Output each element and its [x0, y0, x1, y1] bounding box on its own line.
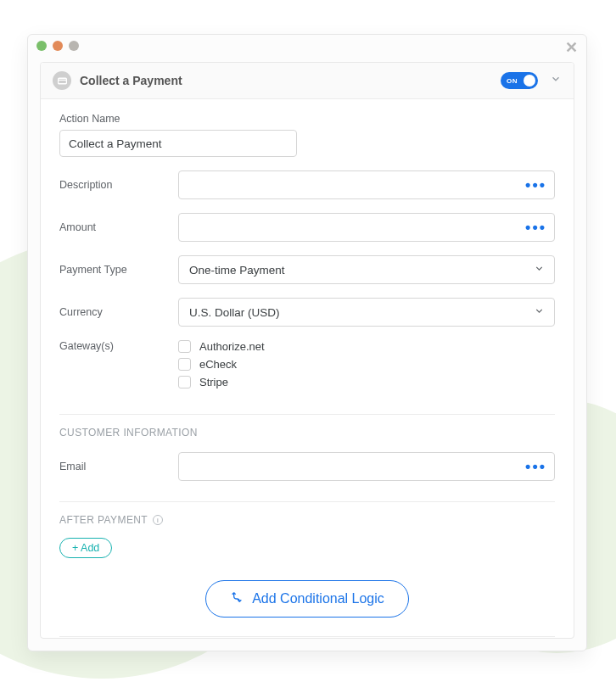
gateway-label: eCheck: [199, 358, 237, 371]
branch-icon: [230, 590, 244, 607]
payment-type-label: Payment Type: [59, 264, 178, 276]
svg-rect-0: [58, 78, 66, 84]
gateway-checkbox-echeck[interactable]: [178, 358, 191, 371]
chevron-down-icon[interactable]: [550, 73, 562, 88]
add-button[interactable]: + Add: [59, 538, 112, 558]
toggle-knob: [524, 75, 535, 87]
info-icon[interactable]: i: [153, 515, 163, 525]
panel-header: Collect a Payment ON: [41, 63, 574, 99]
after-payment-heading: AFTER PAYMENT i: [59, 514, 555, 526]
panel-title: Collect a Payment: [80, 74, 501, 87]
credit-card-icon: [53, 71, 71, 90]
after-payment-label: AFTER PAYMENT: [59, 514, 148, 526]
currency-value: U.S. Dollar (USD): [189, 306, 280, 319]
modal-window: ✕ Collect a Payment ON Action Name: [27, 34, 587, 651]
enable-toggle[interactable]: ON: [501, 72, 538, 89]
gateway-label: Stripe: [199, 376, 228, 388]
more-options-icon[interactable]: •••: [525, 177, 546, 193]
amount-input[interactable]: [178, 213, 555, 242]
toggle-label: ON: [507, 77, 518, 85]
gateway-label: Authorize.net: [199, 340, 265, 353]
gateway-checkbox-authorize[interactable]: [178, 340, 191, 353]
window-titlebar: ✕: [28, 35, 586, 57]
description-input[interactable]: [178, 170, 555, 199]
divider: [59, 414, 555, 415]
more-options-icon[interactable]: •••: [525, 459, 546, 474]
payment-type-select[interactable]: One-time Payment: [178, 255, 555, 284]
currency-label: Currency: [59, 306, 178, 318]
description-label: Description: [59, 179, 178, 191]
divider: [59, 501, 555, 502]
email-label: Email: [59, 461, 178, 472]
traffic-light-green[interactable]: [36, 41, 47, 51]
traffic-light-orange[interactable]: [53, 41, 63, 51]
panel-body: Action Name Description ••• Amount ••• P…: [41, 99, 574, 638]
setup-automation-link[interactable]: SETUP AUTOMATION: [59, 636, 555, 638]
add-conditional-logic-button[interactable]: Add Conditional Logic: [205, 580, 409, 618]
more-options-icon[interactable]: •••: [525, 220, 546, 235]
gateway-checkbox-stripe[interactable]: [178, 376, 191, 388]
config-panel: Collect a Payment ON Action Name Descrip…: [40, 62, 574, 639]
gateways-label: Gateway(s): [59, 340, 178, 352]
close-icon[interactable]: ✕: [565, 38, 578, 57]
customer-info-heading: CUSTOMER INFORMATION: [59, 427, 555, 439]
traffic-light-grey[interactable]: [69, 41, 79, 51]
currency-select[interactable]: U.S. Dollar (USD): [178, 298, 555, 327]
amount-label: Amount: [59, 221, 178, 233]
action-name-label: Action Name: [59, 113, 555, 125]
conditional-logic-label: Add Conditional Logic: [252, 591, 384, 606]
email-input[interactable]: [178, 452, 555, 481]
action-name-input[interactable]: [59, 130, 297, 157]
payment-type-value: One-time Payment: [189, 264, 285, 277]
